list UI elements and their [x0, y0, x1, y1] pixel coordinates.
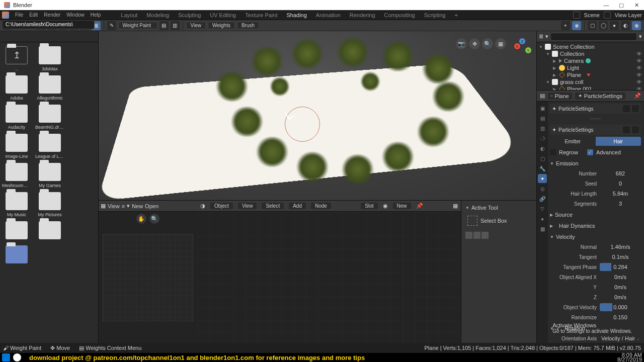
img-mode-icon[interactable]: ≡ [122, 203, 125, 209]
normal-field[interactable]: 1.46m/s [600, 243, 641, 251]
maximize-button[interactable]: ▢ [618, 2, 625, 9]
velocity-header[interactable]: Velocity [550, 232, 641, 241]
viewlayer-field[interactable]: View Layer [615, 12, 642, 18]
shade-render-icon[interactable]: ◉ [632, 21, 641, 30]
hair-btn[interactable]: Hair [596, 137, 641, 146]
fb-item-0[interactable]: ↥.. [2, 46, 31, 71]
oay-field[interactable]: 0m/s [600, 283, 641, 291]
seed-field[interactable]: 0 [600, 179, 641, 188]
fb-item-2[interactable]: Adobe [2, 75, 31, 101]
outliner-collection[interactable]: ▼Collection👁 [539, 50, 642, 57]
outliner-filter-icon[interactable]: ▾ [639, 33, 642, 40]
props-type-icon[interactable]: ▤ [540, 93, 545, 99]
outliner-plane[interactable]: ▶Plane🔻👁 [539, 71, 642, 78]
nav-gizmo[interactable]: X Y Z [514, 38, 531, 55]
outliner-search[interactable] [550, 33, 637, 41]
shader-new[interactable]: New [393, 203, 411, 209]
orientaxis-field[interactable]: Velocity / Hair [600, 334, 641, 342]
img-pan-icon[interactable]: ✋ [136, 214, 146, 224]
img-link-icon[interactable]: ▾ [127, 203, 130, 209]
outliner-mode-icon[interactable]: ▾ [545, 33, 548, 40]
advanced-check[interactable]: ✓ [587, 149, 593, 155]
vp-camera-icon[interactable]: 📷 [456, 38, 467, 49]
props-particles-chip[interactable]: ✦ ParticleSettings [575, 93, 625, 100]
tab-viewlayer[interactable]: ▥ [538, 124, 547, 133]
ps-users-icon[interactable] [623, 126, 630, 133]
vp-weights-menu[interactable]: Weights [208, 22, 235, 29]
img-open-btn[interactable]: Open [145, 203, 158, 209]
tab-physics[interactable]: ◎ [538, 184, 547, 193]
outliner-plane001[interactable]: ▶Plane.001👁 [539, 85, 642, 90]
tab-render[interactable]: ▣ [538, 104, 547, 113]
tab-scene[interactable]: ❍ [538, 134, 547, 143]
particle-settings-link[interactable]: ✦ParticleSettings [550, 125, 641, 135]
tab-data[interactable]: ▽ [538, 204, 547, 213]
fb-item-11[interactable]: My Pictures [35, 192, 64, 217]
shader-world-icon[interactable]: ◉ [383, 203, 388, 209]
fb-item-1[interactable]: 3dsMax [35, 46, 64, 71]
shader-slot[interactable]: Slot [361, 203, 377, 209]
outliner-grasscoll[interactable]: ▼grass coll👁 [539, 78, 642, 85]
fb-item-7[interactable]: League of Leg... [35, 134, 64, 159]
system-tray[interactable]: 8:09 AM8/27/2019 [617, 353, 642, 362]
img-new-btn[interactable]: New [132, 203, 143, 209]
minimize-button[interactable]: — [603, 2, 610, 8]
menu-render[interactable]: Render [44, 12, 60, 18]
scene-field[interactable]: Scene [584, 12, 600, 18]
ws-compositing[interactable]: Compositing [380, 12, 419, 18]
image-canvas[interactable] [103, 234, 193, 321]
oax-field[interactable]: 0m/s [600, 273, 641, 281]
node-canvas[interactable] [197, 212, 461, 343]
velrand-field[interactable]: 0.150 [600, 313, 641, 321]
menu-edit[interactable]: Edit [29, 12, 38, 18]
viewport-3d[interactable]: 📷 ✥ 🔍 ▦ X Y Z [99, 31, 536, 200]
menu-window[interactable]: Window [66, 12, 85, 18]
file-path-field[interactable]: C:\Users\smilesfx\Documents\ [2, 20, 95, 29]
ws-texpaint[interactable]: Texture Paint [241, 12, 281, 18]
fb-item-4[interactable]: Audacity [2, 105, 31, 130]
shader-backdrop-icon[interactable]: ▦ [453, 203, 458, 209]
outliner-type-icon[interactable]: ≣ [539, 33, 543, 40]
tab-texture[interactable]: ▩ [538, 224, 547, 233]
fb-item-10[interactable]: My Music [2, 192, 31, 217]
oaz-field[interactable]: 0m/s [600, 293, 641, 301]
fb-item-9[interactable]: My Games [35, 163, 64, 188]
tab-particles[interactable]: ✦ [538, 174, 547, 183]
cortana-icon[interactable] [13, 353, 21, 361]
emission-header[interactable]: Emission [550, 159, 641, 168]
tangentphase-field[interactable]: 0.284 [600, 263, 641, 271]
outliner-root[interactable]: ▼Scene Collection [539, 43, 642, 50]
tab-modifier[interactable]: 🔧 [538, 164, 547, 173]
fb-item-12[interactable] [2, 221, 31, 241]
tab-material[interactable]: ● [538, 214, 547, 223]
mode-dropdown[interactable]: Weight Paint [118, 22, 157, 29]
palette-2[interactable] [473, 232, 480, 239]
viewlayer-icon[interactable] [604, 12, 611, 19]
shader-pin-icon[interactable]: 📌 [416, 203, 423, 209]
fb-item-8[interactable]: MeshroomCa... [2, 163, 31, 188]
ws-sculpting[interactable]: Sculpting [174, 12, 205, 18]
start-icon[interactable] [2, 353, 10, 361]
outliner-light[interactable]: ▶Light👁 [539, 64, 642, 71]
shade-mat-icon[interactable]: ◐ [621, 21, 630, 30]
palette-3[interactable] [481, 232, 489, 239]
mask-icon[interactable]: ▤ [159, 21, 169, 30]
props-pin-icon[interactable]: 📌 [634, 93, 641, 99]
ws-modeling[interactable]: Modeling [142, 12, 173, 18]
ps-list-btn1[interactable] [623, 105, 630, 112]
palette-1[interactable] [465, 232, 472, 239]
fb-item-13[interactable] [35, 221, 64, 241]
mode-icon[interactable]: ✎ [107, 21, 116, 30]
menu-help[interactable]: Help [91, 12, 101, 18]
shader-add[interactable]: Add [289, 203, 306, 209]
tab-constraint[interactable]: 🔗 [538, 194, 547, 203]
vp-pan-icon[interactable]: ✥ [469, 38, 480, 49]
ws-anim[interactable]: Animation [312, 12, 345, 18]
fb-item-5[interactable]: BeamNG.drive [35, 105, 64, 130]
number-field[interactable]: 682 [600, 169, 641, 177]
props-object-chip[interactable]: ▫ Plane [548, 93, 572, 100]
particle-system-item[interactable]: ✦ParticleSettings [550, 104, 641, 114]
close-button[interactable]: ✕ [633, 2, 640, 9]
ps-new-icon[interactable] [632, 126, 639, 133]
img-editor-type-icon[interactable]: ▦ [101, 203, 106, 209]
